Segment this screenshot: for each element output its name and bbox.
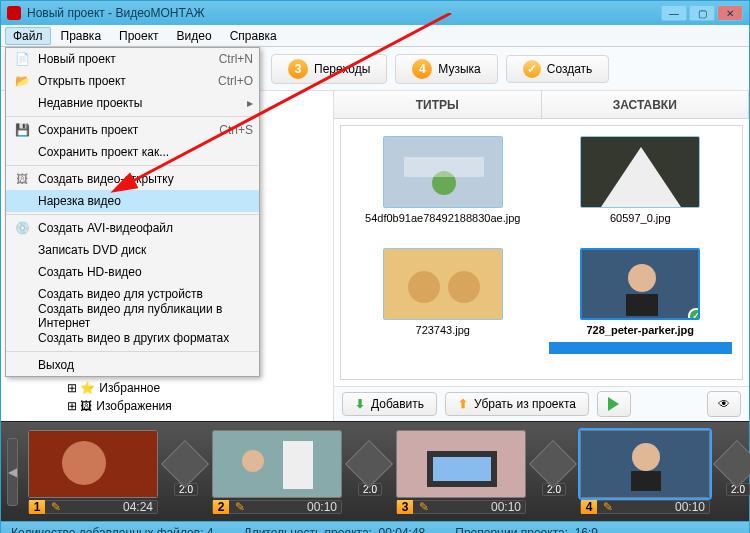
transition[interactable] bbox=[161, 440, 209, 488]
timeline-clip[interactable] bbox=[212, 430, 342, 498]
tab-splash[interactable]: ЗАСТАВКИ bbox=[542, 91, 750, 118]
menu-bar: Файл Правка Проект Видео Справка bbox=[1, 25, 749, 47]
gallery-toolbar: ⬇Добавить ⬆Убрать из проекта 👁 bbox=[334, 386, 749, 421]
clip-duration: 00:10 bbox=[303, 500, 341, 514]
pencil-icon[interactable]: ✎ bbox=[45, 500, 67, 514]
menu-edit[interactable]: Правка bbox=[53, 27, 110, 45]
gallery: 54df0b91ae78492188830ae.jpg 60597_0.jpg … bbox=[340, 125, 743, 380]
step-music[interactable]: 4Музыка bbox=[395, 54, 497, 84]
timeline-clip[interactable] bbox=[396, 430, 526, 498]
play-icon bbox=[608, 397, 619, 411]
tree-images[interactable]: Изображения bbox=[96, 397, 171, 415]
clip-duration: 00:10 bbox=[671, 500, 709, 514]
transition[interactable] bbox=[529, 440, 577, 488]
svg-rect-2 bbox=[404, 157, 484, 177]
file-icon: 📄 bbox=[12, 51, 32, 67]
svg-point-15 bbox=[242, 450, 264, 472]
menu-create-web[interactable]: Создать видео для публикации в Интернет bbox=[6, 305, 259, 327]
menu-help[interactable]: Справка bbox=[222, 27, 285, 45]
gallery-item[interactable]: ✓ 728_peter-parker.jpg bbox=[549, 248, 733, 370]
status-bar: Количество добавленных файлов: 4 Длитель… bbox=[1, 521, 749, 533]
svg-point-12 bbox=[62, 441, 106, 485]
svg-point-7 bbox=[448, 271, 480, 303]
menu-new-project[interactable]: 📄Новый проектCtrl+N bbox=[6, 48, 259, 70]
svg-point-9 bbox=[628, 264, 656, 292]
svg-rect-5 bbox=[384, 249, 502, 319]
clip-number: 2 bbox=[213, 500, 229, 514]
remove-button[interactable]: ⬆Убрать из проекта bbox=[445, 392, 589, 416]
menu-create-other[interactable]: Создать видео в других форматах bbox=[6, 327, 259, 349]
step-transitions[interactable]: 3Переходы bbox=[271, 54, 387, 84]
eye-icon: 👁 bbox=[718, 397, 730, 411]
step-label: Музыка bbox=[438, 62, 480, 76]
clip-number: 4 bbox=[581, 500, 597, 514]
disc-icon: 💿 bbox=[12, 220, 32, 236]
title-bar: Новый проект - ВидеоМОНТАЖ — ▢ ✕ bbox=[1, 1, 749, 25]
menu-create-card[interactable]: 🖼Создать видео-открытку bbox=[6, 168, 259, 190]
check-icon: ✓ bbox=[523, 60, 541, 78]
maximize-button[interactable]: ▢ bbox=[689, 5, 715, 21]
status-files-count: 4 bbox=[207, 526, 214, 534]
svg-rect-13 bbox=[213, 431, 341, 497]
menu-recent[interactable]: Недавние проекты▸ bbox=[6, 92, 259, 114]
card-icon: 🖼 bbox=[12, 171, 32, 187]
menu-save-as[interactable]: Сохранить проект как... bbox=[6, 141, 259, 163]
menu-cut-video[interactable]: Нарезка видео bbox=[6, 190, 259, 212]
menu-create-hd[interactable]: Создать HD-видео bbox=[6, 261, 259, 283]
menu-open-project[interactable]: 📂Открыть проектCtrl+O bbox=[6, 70, 259, 92]
step-label: Переходы bbox=[314, 62, 370, 76]
play-button[interactable] bbox=[597, 391, 631, 417]
arrow-down-icon: ⬇ bbox=[355, 397, 365, 411]
menu-video[interactable]: Видео bbox=[169, 27, 220, 45]
svg-rect-18 bbox=[433, 457, 491, 481]
status-aspect-label: Пропорции проекта: bbox=[455, 526, 568, 534]
gallery-caption: 54df0b91ae78492188830ae.jpg bbox=[365, 212, 520, 224]
pencil-icon[interactable]: ✎ bbox=[229, 500, 251, 514]
save-icon: 💾 bbox=[12, 122, 32, 138]
status-duration: 00:04:48 bbox=[379, 526, 426, 534]
timeline-clip[interactable] bbox=[580, 430, 710, 498]
check-icon: ✓ bbox=[688, 308, 700, 320]
clip-number: 3 bbox=[397, 500, 413, 514]
remove-label: Убрать из проекта bbox=[474, 397, 576, 411]
transition[interactable] bbox=[345, 440, 393, 488]
menu-file[interactable]: Файл bbox=[5, 27, 51, 45]
view-mode-button[interactable]: 👁 bbox=[707, 391, 741, 417]
tab-titles[interactable]: ТИТРЫ bbox=[334, 91, 542, 118]
window-title: Новый проект - ВидеоМОНТАЖ bbox=[27, 6, 659, 20]
folder-icon: 📂 bbox=[12, 73, 32, 89]
svg-point-20 bbox=[632, 443, 660, 471]
timeline-clip[interactable] bbox=[28, 430, 158, 498]
status-files-label: Количество добавленных файлов: bbox=[11, 526, 203, 534]
pencil-icon[interactable]: ✎ bbox=[597, 500, 619, 514]
menu-write-dvd[interactable]: Записать DVD диск bbox=[6, 239, 259, 261]
gallery-item[interactable]: 723743.jpg bbox=[351, 248, 535, 370]
timeline-prev[interactable]: ◀ bbox=[7, 438, 18, 506]
status-aspect: 16:9 bbox=[575, 526, 598, 534]
tree-favorites[interactable]: Избранное bbox=[99, 379, 160, 397]
clip-duration: 00:10 bbox=[487, 500, 525, 514]
step-create[interactable]: ✓Создать bbox=[506, 55, 610, 83]
close-button[interactable]: ✕ bbox=[717, 5, 743, 21]
gallery-caption: 728_peter-parker.jpg bbox=[586, 324, 694, 336]
svg-point-6 bbox=[408, 271, 440, 303]
gallery-caption: 723743.jpg bbox=[416, 324, 470, 336]
add-button[interactable]: ⬇Добавить bbox=[342, 392, 437, 416]
clip-duration: 04:24 bbox=[119, 500, 157, 514]
menu-create-avi[interactable]: 💿Создать AVI-видеофайл bbox=[6, 217, 259, 239]
pencil-icon[interactable]: ✎ bbox=[413, 500, 435, 514]
minimize-button[interactable]: — bbox=[661, 5, 687, 21]
menu-exit[interactable]: Выход bbox=[6, 354, 259, 376]
add-label: Добавить bbox=[371, 397, 424, 411]
menu-project[interactable]: Проект bbox=[111, 27, 167, 45]
gallery-item[interactable]: 60597_0.jpg bbox=[549, 136, 733, 240]
transition[interactable] bbox=[713, 440, 750, 488]
file-menu-dropdown: 📄Новый проектCtrl+N 📂Открыть проектCtrl+… bbox=[5, 47, 260, 377]
status-duration-label: Длительность проекта: bbox=[244, 526, 372, 534]
selection-bar bbox=[549, 342, 733, 354]
arrow-up-icon: ⬆ bbox=[458, 397, 468, 411]
svg-rect-21 bbox=[631, 471, 661, 491]
menu-save[interactable]: 💾Сохранить проектCtrl+S bbox=[6, 119, 259, 141]
gallery-item[interactable]: 54df0b91ae78492188830ae.jpg bbox=[351, 136, 535, 240]
clip-number: 1 bbox=[29, 500, 45, 514]
